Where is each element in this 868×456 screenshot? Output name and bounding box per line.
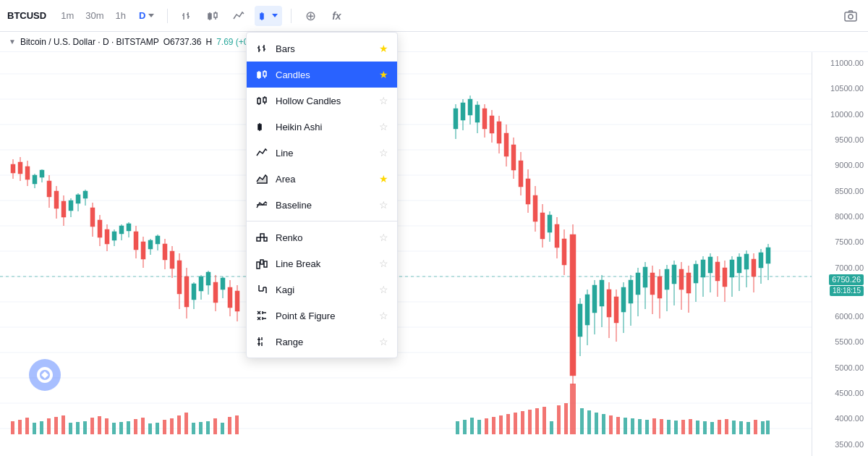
add-indicator-btn[interactable]: ⊕ <box>300 6 320 26</box>
price-9500: 9500.00 <box>817 136 864 144</box>
svg-rect-159 <box>679 269 684 290</box>
kagi-star[interactable]: ☆ <box>379 284 388 295</box>
baseline-star[interactable]: ☆ <box>379 199 388 211</box>
heikin-ashi-star[interactable]: ☆ <box>379 121 388 132</box>
symbol-label[interactable]: BTCUSD <box>7 10 46 21</box>
chart-main[interactable] <box>0 52 812 456</box>
screenshot-btn[interactable] <box>841 6 861 26</box>
chart-type-dropdown-btn[interactable] <box>255 6 282 26</box>
interval-1h[interactable]: 1h <box>113 9 129 22</box>
svg-rect-41 <box>40 170 44 177</box>
line-star[interactable]: ☆ <box>379 147 388 159</box>
svg-rect-266 <box>258 72 260 77</box>
svg-rect-191 <box>61 415 65 434</box>
line-break-star[interactable]: ☆ <box>379 258 388 269</box>
renko-star[interactable]: ☆ <box>379 232 388 243</box>
svg-rect-237 <box>609 415 613 434</box>
svg-rect-185 <box>18 420 22 434</box>
svg-rect-214 <box>228 417 231 434</box>
svg-rect-219 <box>477 420 481 434</box>
interval-30m[interactable]: 30m <box>82 9 106 22</box>
svg-rect-255 <box>739 421 743 434</box>
svg-rect-181 <box>759 253 763 268</box>
svg-rect-51 <box>76 195 80 203</box>
svg-rect-211 <box>206 421 210 434</box>
bars-star[interactable]: ★ <box>379 43 388 54</box>
svg-rect-163 <box>694 264 698 283</box>
svg-rect-73 <box>156 236 160 244</box>
svg-rect-192 <box>69 423 72 434</box>
interval-d-label: D <box>139 10 145 21</box>
dropdown-item-renko[interactable]: Renko ☆ <box>247 224 397 250</box>
svg-rect-252 <box>718 420 721 434</box>
dropdown-item-heikin-ashi[interactable]: Heikin Ashi ☆ <box>247 114 397 140</box>
hollow-candles-star[interactable]: ☆ <box>379 95 388 106</box>
price-7500: 7500.00 <box>817 238 864 246</box>
svg-rect-115 <box>519 161 523 187</box>
svg-rect-83 <box>192 284 196 300</box>
svg-rect-196 <box>98 416 101 434</box>
point-figure-star[interactable]: ☆ <box>379 310 388 321</box>
svg-rect-246 <box>674 421 678 434</box>
renko-icon <box>255 232 268 243</box>
dropdown-item-hollow-candles[interactable]: Hollow Candles ☆ <box>247 88 397 114</box>
dropdown-item-line[interactable]: Line ☆ <box>247 140 397 166</box>
svg-rect-105 <box>482 109 487 129</box>
svg-rect-228 <box>542 407 546 434</box>
price-9000: 9000.00 <box>817 161 864 169</box>
svg-rect-101 <box>468 99 472 115</box>
expand-icon[interactable]: ▼ <box>9 38 16 46</box>
dropdown-item-range[interactable]: Range ☆ <box>247 329 397 355</box>
svg-rect-45 <box>54 191 59 208</box>
interval-dropdown[interactable]: D <box>135 6 158 26</box>
dropdown-item-baseline[interactable]: Baseline ☆ <box>247 192 397 218</box>
svg-rect-245 <box>667 420 671 434</box>
dropdown-item-kagi[interactable]: Kagi ☆ <box>247 276 397 303</box>
svg-rect-229 <box>550 421 553 434</box>
svg-rect-49 <box>69 200 73 211</box>
svg-rect-233 <box>580 408 584 434</box>
area-icon <box>255 173 268 185</box>
svg-rect-11 <box>260 14 263 19</box>
svg-rect-239 <box>624 418 627 434</box>
open-price-value: 6737.36 <box>170 37 201 47</box>
chart-open-price: O6737.36 <box>163 37 202 47</box>
svg-rect-97 <box>454 109 458 129</box>
svg-rect-151 <box>650 273 655 295</box>
svg-rect-244 <box>660 419 663 434</box>
svg-rect-91 <box>221 278 225 290</box>
heikin-ashi-icon <box>255 121 268 132</box>
dropdown-item-bars[interactable]: Bars ★ <box>247 35 397 62</box>
line-chart-icon-btn[interactable] <box>229 6 249 26</box>
svg-rect-63 <box>119 226 124 234</box>
svg-rect-157 <box>672 265 676 284</box>
interval-1m[interactable]: 1m <box>58 9 77 22</box>
svg-rect-200 <box>127 421 130 434</box>
area-star[interactable]: ★ <box>379 173 388 185</box>
range-star[interactable]: ☆ <box>379 336 388 347</box>
svg-rect-207 <box>177 415 181 434</box>
separator-1 <box>167 9 168 23</box>
svg-rect-215 <box>235 415 239 434</box>
svg-point-15 <box>848 14 853 19</box>
svg-rect-39 <box>33 175 37 184</box>
svg-rect-197 <box>105 418 109 434</box>
bars-icon-btn[interactable] <box>176 6 197 26</box>
svg-rect-241 <box>638 419 642 434</box>
svg-rect-177 <box>744 254 749 269</box>
svg-rect-251 <box>710 422 714 434</box>
candles-star[interactable]: ★ <box>379 69 388 80</box>
svg-rect-195 <box>90 418 94 434</box>
svg-rect-231 <box>564 403 568 434</box>
dropdown-item-candles[interactable]: Candles ★ <box>247 62 397 88</box>
bars-icon <box>255 43 268 54</box>
candles-icon-btn[interactable] <box>203 6 223 26</box>
dropdown-item-line-break[interactable]: Line Break ☆ <box>247 250 397 276</box>
svg-rect-99 <box>461 103 465 120</box>
fx-btn[interactable]: fx <box>326 6 346 26</box>
dropdown-divider <box>247 221 397 221</box>
dropdown-item-area[interactable]: Area ★ <box>247 166 397 192</box>
svg-rect-111 <box>504 133 509 156</box>
dropdown-item-point-figure[interactable]: Point & Figure ☆ <box>247 303 397 329</box>
svg-rect-226 <box>528 410 532 434</box>
